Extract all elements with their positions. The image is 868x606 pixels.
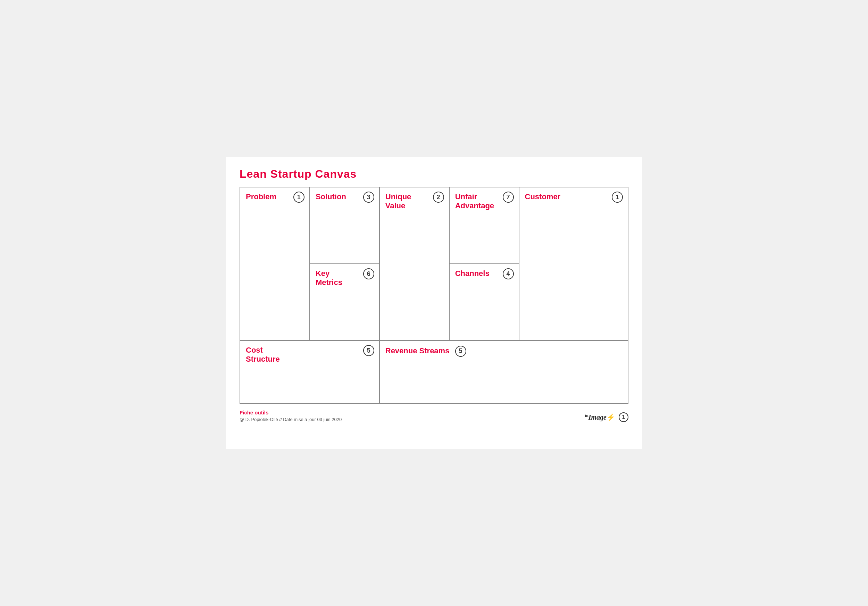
footer: Fiche outils @ D. Popiolek-Ollé // Date … — [240, 410, 628, 422]
key-metrics-label: KeyMetrics — [316, 269, 343, 287]
canvas: Problem 1 Solution 3 KeyMetrics 6 — [240, 187, 628, 404]
unfair-label: UnfairAdvantage — [455, 192, 494, 210]
page: Lean Startup Canvas Problem 1 Solution 3 — [226, 157, 642, 449]
cell-unfair: UnfairAdvantage 7 — [450, 187, 519, 264]
revenue-label: Revenue Streams 5 — [385, 346, 466, 355]
cell-customer: Customer 1 — [519, 187, 628, 340]
customer-badge: 1 — [612, 192, 623, 203]
cell-solution-column: Solution 3 KeyMetrics 6 — [310, 187, 380, 340]
cell-problem: Problem 1 — [240, 187, 310, 340]
logo: inImage⚡ — [585, 413, 615, 421]
cell-uvp: UniqueValue 2 — [380, 187, 450, 340]
canvas-bottom-row: CostStructure 5 Revenue Streams 5 — [240, 341, 628, 403]
channels-label: Channels — [455, 269, 490, 278]
channels-badge: 4 — [503, 268, 514, 280]
page-title: Lean Startup Canvas — [240, 168, 628, 181]
cell-channels: Channels 4 — [450, 264, 519, 340]
uvp-badge: 2 — [433, 192, 444, 203]
solution-label: Solution — [316, 192, 346, 201]
customer-label: Customer — [525, 192, 561, 201]
solution-badge: 3 — [363, 192, 374, 203]
uvp-label: UniqueValue — [385, 192, 411, 210]
cell-cost: CostStructure 5 — [240, 341, 380, 403]
problem-label: Problem — [246, 192, 276, 201]
cell-revenue: Revenue Streams 5 — [380, 341, 628, 403]
cell-key-metrics: KeyMetrics 6 — [310, 264, 379, 340]
cost-badge: 5 — [363, 345, 374, 356]
footer-date: @ D. Popiolek-Ollé // Date mise à jour 0… — [240, 417, 342, 422]
revenue-badge: 5 — [455, 346, 466, 357]
canvas-main: Problem 1 Solution 3 KeyMetrics 6 — [240, 187, 628, 403]
footer-right: inImage⚡ 1 — [585, 412, 628, 422]
problem-badge: 1 — [293, 192, 304, 203]
footer-left: Fiche outils @ D. Popiolek-Ollé // Date … — [240, 410, 342, 422]
cell-solution: Solution 3 — [310, 187, 379, 264]
cell-unfair-column: UnfairAdvantage 7 Channels 4 — [450, 187, 519, 340]
cost-label: CostStructure — [246, 346, 280, 363]
key-metrics-badge: 6 — [363, 268, 374, 280]
fiche-label: Fiche outils — [240, 410, 342, 416]
footer-page-badge: 1 — [619, 412, 628, 422]
unfair-badge: 7 — [503, 192, 514, 203]
canvas-top-row: Problem 1 Solution 3 KeyMetrics 6 — [240, 187, 628, 341]
